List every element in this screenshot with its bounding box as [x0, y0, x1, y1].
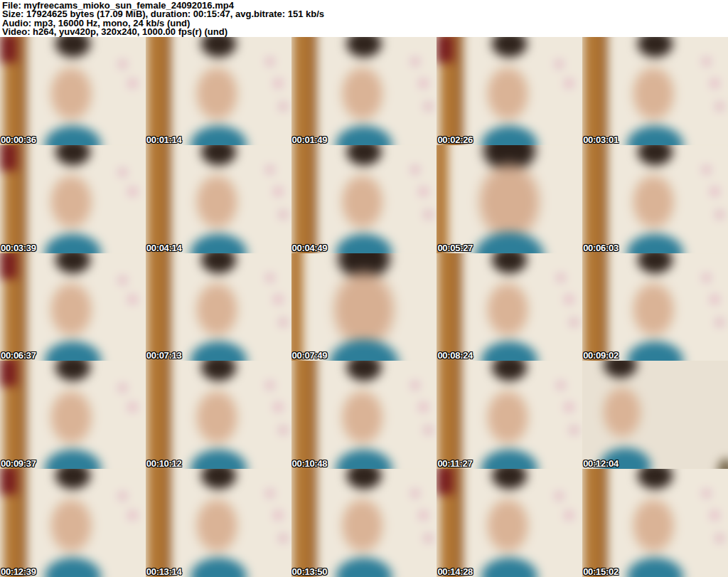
video-frame-placeholder — [437, 469, 582, 577]
video-thumbnail: 00:12:04 — [582, 361, 728, 469]
video-frame-placeholder — [146, 361, 291, 469]
video-frame-placeholder — [582, 469, 728, 577]
timestamp-overlay: 00:09:37 — [1, 458, 36, 469]
video-thumbnail: 00:02:26 — [437, 37, 582, 145]
video-frame-placeholder — [0, 37, 146, 145]
timestamp-overlay: 00:04:14 — [146, 243, 182, 253]
video-frame-placeholder — [291, 361, 437, 469]
video-frame-placeholder — [0, 253, 146, 361]
timestamp-overlay: 00:04:49 — [292, 243, 328, 253]
timestamp-overlay: 00:09:02 — [583, 350, 619, 361]
video-thumbnail: 00:07:49 — [291, 253, 437, 361]
video-frame-placeholder — [291, 145, 437, 253]
timestamp-overlay: 00:11:27 — [437, 458, 472, 469]
timestamp-overlay: 00:06:03 — [583, 243, 619, 253]
video-frame-placeholder — [291, 469, 437, 577]
video-thumbnail: 00:13:14 — [146, 469, 291, 577]
timestamp-overlay: 00:01:49 — [292, 134, 328, 145]
video-thumbnail: 00:08:24 — [437, 253, 582, 361]
timestamp-overlay: 00:10:48 — [292, 458, 328, 469]
media-info-header: File: myfreecams_mioko_sun_female_240920… — [0, 0, 728, 37]
video-thumbnail: 00:10:48 — [291, 361, 437, 469]
timestamp-overlay: 00:13:50 — [292, 566, 328, 577]
video-thumbnail: 00:15:02 — [582, 469, 728, 577]
video-thumbnail: 00:06:03 — [582, 145, 728, 253]
video-thumbnail: 00:04:14 — [146, 145, 291, 253]
video-thumbnail: 00:00:36 — [0, 37, 146, 145]
video-frame-placeholder — [582, 37, 728, 145]
timestamp-overlay: 00:03:39 — [1, 243, 36, 253]
thumbnail-grid: 00:00:36 00:01:14 00:01:49 00:02:26 00:0… — [0, 37, 728, 577]
video-frame-placeholder — [0, 361, 146, 469]
video-frame-placeholder — [582, 145, 728, 253]
video-thumbnail: 00:13:50 — [291, 469, 437, 577]
timestamp-overlay: 00:13:14 — [146, 566, 182, 577]
timestamp-overlay: 00:08:24 — [437, 350, 473, 361]
video-frame-placeholder — [0, 145, 146, 253]
video-thumbnail: 00:05:27 — [437, 145, 582, 253]
video-thumbnail: 00:01:14 — [146, 37, 291, 145]
video-frame-placeholder — [291, 37, 437, 145]
video-thumbnail: 00:09:37 — [0, 361, 146, 469]
timestamp-overlay: 00:00:36 — [1, 134, 36, 145]
video-frame-placeholder — [582, 361, 728, 469]
video-thumbnail: 00:11:27 — [437, 361, 582, 469]
video-frame-placeholder — [437, 361, 582, 469]
timestamp-overlay: 00:15:02 — [583, 566, 619, 577]
video-thumbnail: 00:09:02 — [582, 253, 728, 361]
video-thumbnail: 00:01:49 — [291, 37, 437, 145]
video-frame-placeholder — [146, 253, 291, 361]
video-info-line: Video: h264, yuv420p, 320x240, 1000.00 f… — [2, 28, 728, 36]
timestamp-overlay: 00:07:49 — [292, 350, 328, 361]
timestamp-overlay: 00:12:04 — [583, 458, 619, 469]
timestamp-overlay: 00:10:12 — [146, 458, 182, 469]
timestamp-overlay: 00:07:13 — [146, 350, 182, 361]
video-frame-placeholder — [437, 37, 582, 145]
video-frame-placeholder — [0, 469, 146, 577]
video-thumbnail: 00:14:28 — [437, 469, 582, 577]
timestamp-overlay: 00:05:27 — [437, 243, 473, 253]
video-frame-placeholder — [437, 145, 582, 253]
timestamp-overlay: 00:12:39 — [1, 566, 36, 577]
video-frame-placeholder — [582, 253, 728, 361]
video-thumbnail: 00:06:37 — [0, 253, 146, 361]
video-frame-placeholder — [146, 37, 291, 145]
video-thumbnail: 00:04:49 — [291, 145, 437, 253]
video-frame-placeholder — [146, 145, 291, 253]
video-frame-placeholder — [437, 253, 582, 361]
timestamp-overlay: 00:14:28 — [437, 566, 473, 577]
video-thumbnail: 00:12:39 — [0, 469, 146, 577]
video-thumbnail: 00:07:13 — [146, 253, 291, 361]
timestamp-overlay: 00:03:01 — [583, 134, 619, 145]
video-frame-placeholder — [146, 469, 291, 577]
video-thumbnail: 00:03:39 — [0, 145, 146, 253]
timestamp-overlay: 00:02:26 — [437, 134, 473, 145]
video-thumbnail: 00:03:01 — [582, 37, 728, 145]
timestamp-overlay: 00:06:37 — [1, 350, 36, 361]
video-frame-placeholder — [291, 253, 437, 361]
timestamp-overlay: 00:01:14 — [146, 134, 182, 145]
video-thumbnail: 00:10:12 — [146, 361, 291, 469]
